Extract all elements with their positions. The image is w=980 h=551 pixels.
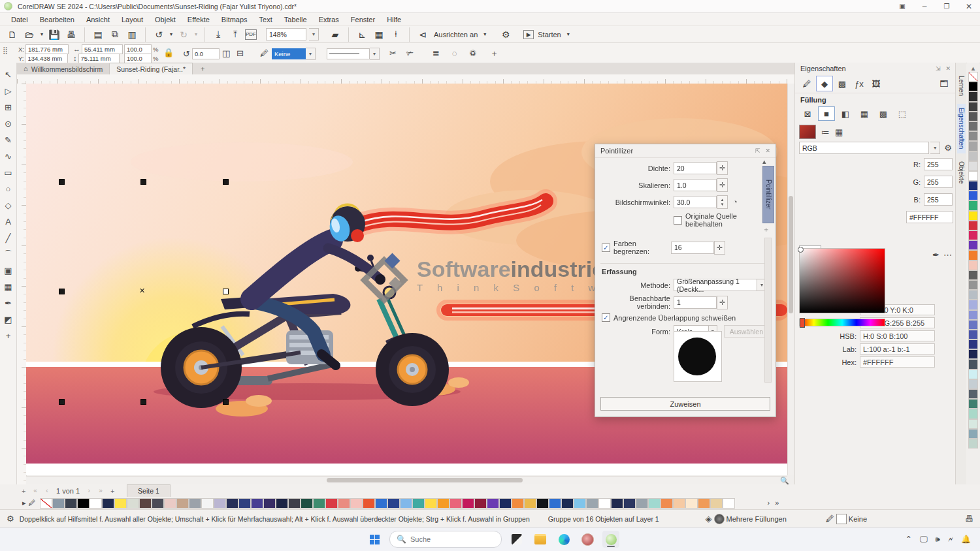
coreldraw-taskbar-button[interactable] [602,531,619,548]
export-icon[interactable]: ⤒ [228,27,242,42]
palette-swatch[interactable] [449,498,462,509]
palette-swatch[interactable] [968,131,978,141]
palette-swatch[interactable] [375,498,387,509]
keep-source-checkbox[interactable] [674,216,682,225]
palette-swatch[interactable] [263,498,276,509]
eyedropper-icon[interactable]: ✒ [932,251,939,259]
b-input[interactable]: 255 [924,193,953,206]
palette-swatch[interactable] [201,498,214,509]
palette-swatch[interactable] [114,498,127,509]
palette-swatch[interactable] [968,349,978,359]
palette-swatch[interactable] [549,498,561,509]
line-style-select[interactable] [327,48,370,59]
battery-icon[interactable]: 🗲 [948,535,953,544]
y-position-field[interactable]: 134.438 mm [25,54,68,63]
symmetry-icon[interactable]: ♽ [469,49,477,57]
dialog-close-icon[interactable]: ✕ [765,148,770,154]
taskbar-search[interactable]: 🔍 Suche [389,531,502,548]
selection-handle-sw[interactable] [59,399,65,405]
toolbox-tool[interactable]: ▦ [1,279,16,295]
palette-swatch[interactable] [968,399,978,409]
text-wrap-icon[interactable]: ≣ [433,49,440,57]
selection-handle-nw[interactable] [59,179,65,185]
palette-swatch[interactable] [673,498,685,509]
notification-bell-icon[interactable]: 🔔 [961,535,971,544]
start-dropdown-icon[interactable]: ▾ [565,27,572,42]
more-options-icon[interactable]: ⋯ [943,251,952,259]
palette-swatch[interactable] [968,82,978,91]
launch-icon[interactable]: ▶ [523,30,534,39]
open-icon[interactable]: 🗁 [22,27,37,42]
vertical-scrollbar-thumb[interactable] [789,196,793,313]
guidelines-toggle-icon[interactable]: ⍿ [389,27,403,42]
align-dropdown-icon[interactable]: ▾ [482,27,488,42]
tab-document[interactable]: Sunset-Riding (Fajar..* [110,63,193,74]
cut-icon[interactable]: ▤ [91,27,105,42]
new-tab-button[interactable]: ＋ [193,63,213,74]
palette-right-arrow-icon[interactable]: › [768,499,770,507]
limit-colors-stepper[interactable]: ✛ [714,241,725,255]
toolbox-tool[interactable]: ⌒ [1,246,16,262]
palette-swatch[interactable] [685,498,698,509]
palette-swatch[interactable] [611,498,623,509]
palette-swatch[interactable] [698,498,710,509]
toolbox-tool[interactable]: ✒ [1,295,16,311]
palette-swatch[interactable] [968,240,978,250]
line-style-dropdown-icon[interactable]: ▾ [370,48,380,60]
open-dropdown-icon[interactable]: ▾ [39,27,44,42]
palette-swatch[interactable] [968,419,978,429]
palette-swatch[interactable] [52,498,65,509]
fullscreen-preview-icon[interactable]: ▰ [328,27,342,42]
palette-swatch[interactable] [968,151,978,161]
palette-swatch[interactable] [968,112,978,121]
photo-paint-button[interactable] [579,531,596,548]
panel-close-icon[interactable]: ✕ [945,65,951,72]
volume-icon[interactable]: 🕪 [935,535,940,544]
palette-swatch[interactable] [968,200,978,210]
export-status-icon[interactable]: 🖷 [965,514,973,523]
palette-swatch[interactable] [968,280,978,290]
palette-swatch[interactable] [968,221,978,230]
palette-swatch[interactable] [226,498,238,509]
palette-swatch[interactable] [127,498,139,509]
last-page-icon[interactable]: » [95,487,106,494]
palette-swatch[interactable] [968,429,978,439]
color-model-select[interactable]: RGB [799,142,929,154]
palette-swatch[interactable] [251,498,263,509]
toolbox-tool[interactable]: ∿ [1,148,16,165]
palette-swatch[interactable] [661,498,673,509]
toolbox-tool[interactable]: ╱ [1,230,16,246]
height-field[interactable]: 75.111 mm [78,54,120,63]
add-page-icon[interactable]: ＋ [18,486,29,496]
texture-fill-icon[interactable]: ▩ [875,106,892,121]
toolbox-tool[interactable]: ◇ [1,197,16,213]
selection-handle-w[interactable] [59,289,65,294]
palette-swatch[interactable] [425,498,437,509]
menu-item[interactable]: Bearbeiten [34,13,80,25]
selection-handle-n[interactable] [140,179,146,185]
color-sliders-icon[interactable]: ≔ [821,128,830,136]
toolbox-tool[interactable]: ⊞ [1,99,16,116]
toolbox-tool[interactable]: ↖ [1,67,16,83]
palette-swatch[interactable] [968,339,978,349]
palette-swatch[interactable] [102,498,114,509]
postscript-fill-icon[interactable]: ⬚ [894,106,911,121]
outline-section-icon[interactable]: 🖉 [799,76,815,91]
color-palette-icon[interactable]: ▦ [835,128,843,136]
network-icon[interactable]: 🖵 [920,535,928,544]
palette-swatch[interactable] [968,121,978,131]
palette-swatch[interactable] [636,498,648,509]
no-fill-icon[interactable]: ⊠ [799,106,816,121]
fountain-fill-icon[interactable]: ◧ [837,106,854,121]
palette-swatch[interactable] [968,171,978,181]
merge-adjacent-stepper[interactable]: ✛ [717,296,728,309]
object-properties-icon[interactable]: ◌ [452,49,457,57]
palette-swatch[interactable] [968,310,978,320]
palette-swatch[interactable] [164,498,176,509]
close-curve-icon[interactable]: ✃ [406,49,414,57]
palette-swatch[interactable] [189,498,201,509]
palette-swatch[interactable] [536,498,549,509]
palette-swatch[interactable] [623,498,636,509]
menu-item[interactable]: Fenster [345,13,381,25]
palette-swatch[interactable] [363,498,375,509]
